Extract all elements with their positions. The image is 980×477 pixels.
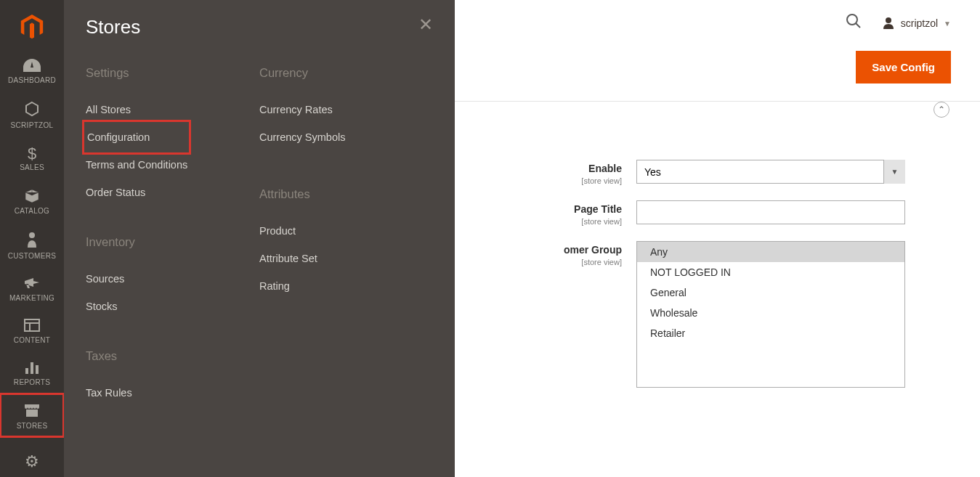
page-title-label: Page Title [455,203,622,215]
link-product[interactable]: Product [259,217,433,245]
link-order-status[interactable]: Order Status [86,179,259,206]
hexagon-icon [0,101,64,120]
stores-flyout: Stores ✕ Settings All Stores Configurati… [64,0,455,477]
svg-point-7 [847,15,857,25]
section-inventory-title: Inventory [86,235,259,249]
chevron-up-icon: ⌃ [938,105,945,115]
link-stocks[interactable]: Stocks [86,293,259,320]
nav-system-gear[interactable]: ⚙ [0,447,64,477]
nav-catalog[interactable]: CATALOG [0,179,64,222]
option-any[interactable]: Any [637,242,904,262]
link-all-stores[interactable]: All Stores [86,96,259,123]
option-not-logged-in[interactable]: NOT LOGGED IN [637,262,904,282]
nav-sales[interactable]: $ SALES [0,136,64,179]
search-button[interactable] [846,13,862,33]
page-title-scope: [store view] [581,217,622,226]
option-general[interactable]: General [637,282,904,303]
close-button[interactable]: ✕ [418,16,433,33]
svg-point-0 [29,232,35,238]
svg-rect-5 [31,362,33,374]
dollar-icon: $ [0,146,64,162]
user-icon [882,16,895,31]
nav-reports[interactable]: REPORTS [0,351,64,394]
user-name: scriptzol [901,17,938,29]
section-attributes-title: Attributes [259,187,433,201]
close-icon: ✕ [418,15,433,34]
customer-group-label: omer Group [455,244,622,256]
chevron-down-icon: ▼ [944,20,951,28]
admin-sidebar: DASHBOARD SCRIPTZOL $ SALES CATALOG CUST… [0,0,64,477]
store-icon [0,403,64,420]
enable-scope: [store view] [581,176,622,185]
enable-select[interactable]: Yes [636,160,905,184]
nav-scriptzol[interactable]: SCRIPTZOL [0,91,64,136]
svg-point-9 [886,17,891,23]
magento-logo[interactable] [0,0,64,49]
option-wholesale[interactable]: Wholesale [637,303,904,323]
link-terms[interactable]: Terms and Conditions [86,151,259,179]
nav-stores[interactable]: STORES [0,394,64,437]
nav-marketing[interactable]: MARKETING [0,267,64,309]
nav-content[interactable]: CONTENT [0,309,64,351]
link-tax-rules[interactable]: Tax Rules [86,379,259,407]
svg-rect-1 [25,319,39,331]
section-taxes-title: Taxes [86,349,259,363]
svg-rect-4 [25,368,28,374]
save-config-button[interactable]: Save Config [856,51,951,83]
config-form: ⌃ Enable [store view] Yes ▼ Page Title [… [455,160,958,402]
gear-icon: ⚙ [25,452,39,470]
gauge-icon [0,59,64,75]
person-icon [0,232,64,250]
section-currency-title: Currency [259,66,433,80]
link-configuration[interactable]: Configuration [86,123,187,151]
customer-group-scope: [store view] [581,258,622,266]
nav-dashboard[interactable]: DASHBOARD [0,49,64,91]
nav-customers[interactable]: CUSTOMERS [0,222,64,267]
box-icon [0,188,64,205]
link-attribute-set[interactable]: Attribute Set [259,245,433,272]
section-settings-title: Settings [86,66,259,80]
flyout-title: Stores [86,16,140,38]
user-menu[interactable]: scriptzol ▼ [882,16,951,31]
option-retailer[interactable]: Retailer [637,323,904,343]
link-currency-rates[interactable]: Currency Rates [259,96,433,123]
link-currency-symbols[interactable]: Currency Symbols [259,123,433,151]
link-rating[interactable]: Rating [259,272,433,300]
customer-group-select[interactable]: Any NOT LOGGED IN General Wholesale Reta… [636,241,905,388]
link-sources[interactable]: Sources [86,265,259,293]
search-icon [846,13,862,29]
page-title-input[interactable] [636,200,905,224]
svg-rect-6 [36,365,39,374]
bar-chart-icon [0,361,64,377]
enable-label: Enable [455,163,622,174]
svg-line-8 [856,23,860,28]
megaphone-icon [0,277,64,293]
collapse-toggle[interactable]: ⌃ [934,102,949,118]
magento-logo-icon [18,13,46,41]
layout-icon [0,319,64,335]
